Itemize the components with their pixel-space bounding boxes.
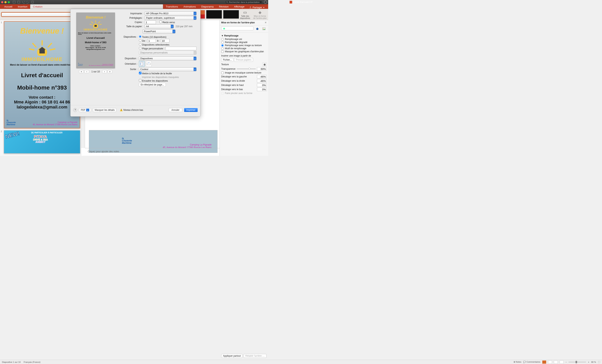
- undo-icon[interactable]: [22, 0, 25, 4]
- brand-line: AGENCY: [33, 141, 48, 143]
- tile-checkbox[interactable]: Image en mosaïque comme texture: [221, 72, 267, 74]
- print-preview: Bienvenue ! IMMOBILHOME Merci de laisser…: [76, 12, 115, 68]
- radio-picture[interactable]: Remplissage avec image ou texture: [221, 44, 267, 47]
- prev-page-button[interactable]: ‹: [85, 70, 89, 73]
- radio-pattern[interactable]: Motif de remplissage: [221, 47, 267, 50]
- orientation-portrait-button[interactable]: [139, 61, 145, 67]
- slide-heading: Mobil-home n°393: [17, 84, 67, 91]
- offset-bottom-field[interactable]: [257, 88, 267, 91]
- last-page-button[interactable]: »: [108, 70, 112, 73]
- paper-label: Taille du papier :: [121, 25, 145, 28]
- svg-rect-22: [95, 25, 97, 27]
- custom-range-field[interactable]: [166, 47, 196, 50]
- theme-thumb[interactable]: [206, 10, 222, 19]
- help-button[interactable]: ?: [73, 108, 77, 112]
- svg-line-9: [29, 49, 34, 50]
- sun-logo-icon: [87, 20, 104, 28]
- slide-thumbnail[interactable]: NEW! DE PARTICULIER À PARTICULIER PITAYA…: [4, 130, 80, 153]
- app-section-select[interactable]: PowerPoint⌄: [143, 30, 175, 33]
- theme-thumb[interactable]: [223, 10, 239, 19]
- copies-field[interactable]: [145, 21, 156, 24]
- format-background-button[interactable]: ◆Mise en forme de l'arrière-plan: [253, 10, 267, 19]
- radio-solid[interactable]: Remplissage uni: [221, 38, 267, 41]
- share-button[interactable]: Partager ▼: [247, 6, 267, 9]
- notes-pane[interactable]: Cliquez pour ajouter des notes: [85, 148, 219, 156]
- slide-size-button[interactable]: ▭Taille des diapositives: [240, 10, 250, 19]
- chevron-down-icon: ⌄: [194, 68, 196, 71]
- pane-title: Mise en forme de l'arrière-plan: [221, 21, 255, 24]
- picture-tab[interactable]: [261, 26, 267, 31]
- radio-custom-range[interactable]: Plage personnalisée :: [139, 47, 164, 50]
- to-field[interactable]: [161, 39, 169, 42]
- save-icon[interactable]: [12, 0, 16, 4]
- page-counter: 1 sur 10: [91, 70, 100, 73]
- new-page-icon[interactable]: [31, 0, 34, 4]
- offset-top-field[interactable]: [257, 83, 267, 87]
- account-avatar[interactable]: [264, 0, 267, 4]
- scale-checkbox[interactable]: Mettre à l'échelle de la feuille: [139, 72, 172, 75]
- ribbon-tabs: Accueil Insertion Création Transitions A…: [0, 4, 268, 9]
- svg-point-15: [263, 28, 264, 29]
- header-footer-button[interactable]: En-tête/pied de page...: [139, 83, 166, 87]
- orientation-landscape-button[interactable]: [146, 61, 152, 67]
- slides-label: Diapositives :: [121, 35, 139, 38]
- radio-gradient[interactable]: Remplissage dégradé: [221, 41, 267, 44]
- preview-text: Merci de laisser ce livret d'accueil dan…: [78, 32, 113, 35]
- radio-selected-slides[interactable]: Diapositives sélectionnées: [139, 43, 169, 46]
- clipboard-button: Presse-papiers: [234, 58, 253, 62]
- first-page-button[interactable]: «: [79, 70, 84, 73]
- texture-picker[interactable]: ▦: [262, 62, 267, 66]
- offset-right-field[interactable]: [257, 79, 267, 83]
- pdf-button[interactable]: PDF ⌄: [79, 108, 91, 112]
- print-button[interactable]: Imprimer: [184, 108, 198, 112]
- preview-pager: « ‹ 1 sur 10 › »: [79, 70, 112, 73]
- printer-label: Imprimante :: [121, 12, 145, 15]
- tab-insertion[interactable]: Insertion: [15, 4, 30, 9]
- cancel-button[interactable]: Annuler: [169, 108, 182, 112]
- effects-tab[interactable]: [255, 26, 260, 31]
- presets-select[interactable]: Papier ordinaire, supérieure⌄: [145, 16, 196, 20]
- output-label: Sortie :: [121, 68, 139, 71]
- output-select[interactable]: Couleur⌄: [139, 67, 196, 71]
- section-header[interactable]: ▼ Remplissage: [221, 34, 267, 37]
- slide-thumbnail[interactable]: Bienvenue ! IMMOBILHOME Merci de laisser…: [4, 21, 80, 128]
- radio-from-to[interactable]: De :: [139, 39, 146, 42]
- transparency-slider[interactable]: [237, 69, 256, 69]
- printer-select[interactable]: HP Officejet Pro 8610⌄: [145, 11, 196, 15]
- layout-select[interactable]: Diapositives⌄: [139, 57, 196, 60]
- hide-bg-checkbox[interactable]: Masquer les graphiques d'arrière-plan: [221, 50, 267, 53]
- tab-revision[interactable]: Révision: [216, 4, 231, 9]
- recto-checkbox[interactable]: Recto verso: [159, 21, 175, 24]
- file-button[interactable]: Fichier...: [221, 58, 233, 62]
- ink-warning: ⚠️ Niveau d'encre bas: [120, 109, 143, 111]
- tab-accueil[interactable]: Accueil: [1, 4, 15, 9]
- charente-logo: la Charente Maritime: [122, 137, 132, 144]
- texture-label: Texture: [221, 63, 229, 66]
- preview-logo: IMMOBILHOME: [84, 28, 108, 31]
- from-field[interactable]: [147, 39, 156, 42]
- frame-checkbox[interactable]: Encadrer les diapositives: [139, 79, 168, 82]
- offset-left-field[interactable]: [257, 75, 267, 78]
- transparency-field[interactable]: [257, 67, 267, 71]
- svg-line-4: [228, 2, 228, 3]
- contact-email: lalogedalexa@gmail.com: [17, 104, 67, 110]
- paper-select[interactable]: A4⌄: [145, 24, 174, 28]
- next-page-button[interactable]: ›: [102, 70, 107, 73]
- tab-affichage[interactable]: Affichage: [231, 4, 247, 9]
- slide-number: 2: [1, 130, 4, 153]
- tab-creation[interactable]: Création: [30, 4, 163, 9]
- window-controls[interactable]: [1, 1, 10, 3]
- radio-all-slides[interactable]: Toutes (10 diapositives): [139, 35, 166, 38]
- close-icon[interactable]: ✕: [265, 21, 267, 24]
- floppy-icon[interactable]: [17, 0, 20, 4]
- redo-icon[interactable]: [26, 0, 30, 4]
- preview-heading: Mobil-home n°393: [85, 41, 106, 44]
- search-input[interactable]: Rechercher dans la présentation: [225, 0, 262, 4]
- fill-tab[interactable]: [221, 26, 253, 30]
- picture-icon: [262, 27, 266, 30]
- tab-diaporama[interactable]: Diaporama: [199, 4, 216, 9]
- svg-line-8: [48, 43, 52, 47]
- tab-transitions[interactable]: Transitions: [163, 4, 181, 9]
- hide-details-button[interactable]: Masquer les détails: [93, 108, 116, 112]
- tab-animations[interactable]: Animations: [181, 4, 198, 9]
